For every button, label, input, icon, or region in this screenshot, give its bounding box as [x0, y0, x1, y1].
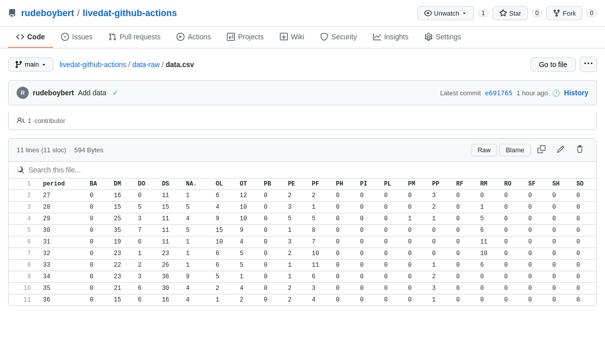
unwatch-button[interactable]: Unwatch: [417, 6, 474, 20]
cell: 0: [452, 260, 476, 271]
top-actions: Unwatch 1 Star 0 Fork 0: [417, 6, 597, 20]
cell: 0: [332, 213, 356, 225]
tab-pull-requests[interactable]: Pull requests: [100, 27, 168, 48]
tab-wiki[interactable]: Wiki: [272, 27, 312, 48]
cell: 28: [39, 202, 86, 213]
breadcrumb-folder[interactable]: data-raw: [132, 60, 159, 69]
cell: 25: [110, 213, 134, 225]
cell: 10: [476, 248, 500, 260]
cell: 0: [524, 271, 549, 283]
cell: 5: [476, 213, 500, 225]
cell: 2: [428, 202, 452, 213]
cell: 6: [476, 225, 500, 236]
cell: 0: [332, 248, 356, 260]
cell: 0: [332, 202, 356, 213]
cell: 0: [356, 248, 380, 260]
cell: 0: [572, 225, 596, 236]
cell: 0: [86, 202, 110, 213]
copy-raw-button[interactable]: [533, 143, 550, 157]
breadcrumb-file: data.csv: [166, 60, 194, 69]
history-button[interactable]: History: [564, 89, 588, 97]
cell: 32: [39, 248, 86, 260]
cell: 26: [158, 260, 182, 271]
file-box: 11 lines (11 sloc) 594 Bytes Raw Blame: [8, 138, 597, 306]
tab-security[interactable]: Security: [312, 27, 365, 48]
cell: 0: [452, 294, 476, 306]
cell: 0: [524, 260, 549, 271]
contributor-count: 1: [28, 117, 31, 125]
cell: PH: [332, 178, 356, 190]
edit-button[interactable]: [552, 143, 569, 157]
commit-message: Add data: [78, 89, 106, 97]
search-icon: [17, 166, 25, 174]
more-options-button[interactable]: [580, 56, 597, 72]
cell: 0: [548, 294, 572, 306]
code-icon: [16, 33, 24, 41]
tab-issues[interactable]: Issues: [53, 27, 100, 48]
repo-name[interactable]: livedat-github-actions: [83, 8, 177, 19]
cell: 2: [284, 190, 308, 202]
history-clock-icon: 🕐: [552, 89, 560, 97]
cell: 0: [332, 236, 356, 248]
fork-button[interactable]: Fork: [546, 6, 582, 20]
cell: 0: [260, 225, 284, 236]
cell: 36: [39, 294, 86, 306]
commit-verified-check: ✓: [112, 89, 118, 97]
tab-actions[interactable]: Actions: [168, 27, 219, 48]
delete-button[interactable]: [571, 143, 588, 157]
cell: 0: [404, 248, 428, 260]
cell: 0: [332, 190, 356, 202]
search-input[interactable]: [29, 166, 588, 174]
line-number: 11: [9, 294, 39, 306]
cell: 7: [134, 225, 158, 236]
cell: 0: [380, 202, 404, 213]
cell: 0: [404, 283, 428, 294]
tab-code[interactable]: Code: [8, 27, 53, 48]
cell: 0: [356, 271, 380, 283]
cell: 22: [110, 260, 134, 271]
cell: 11: [158, 225, 182, 236]
breadcrumb-sep-1: /: [128, 60, 130, 69]
cell: NA.: [182, 178, 212, 190]
cell: 0: [428, 236, 452, 248]
cell: 11: [158, 190, 182, 202]
cell: 0: [452, 236, 476, 248]
cell: 19: [110, 236, 134, 248]
branch-selector[interactable]: main: [8, 57, 53, 72]
repo-org[interactable]: rudeboybert: [21, 8, 74, 19]
cell: 10: [236, 213, 260, 225]
raw-button[interactable]: Raw: [471, 144, 497, 156]
cell: 2: [212, 283, 236, 294]
table-row: 93402333695101600002000000: [9, 271, 596, 283]
cell: 0: [548, 202, 572, 213]
cell: 0: [428, 248, 452, 260]
cell: 0: [332, 271, 356, 283]
cell: 4: [182, 283, 212, 294]
star-button[interactable]: Star: [493, 6, 528, 20]
breadcrumb-repo[interactable]: livedat-github-actions: [59, 60, 126, 69]
pull-request-icon: [108, 33, 116, 41]
cell: 5: [212, 271, 236, 283]
tab-insights[interactable]: Insights: [365, 27, 416, 48]
cell: 0: [500, 294, 524, 306]
chevron-down-icon: [41, 62, 47, 68]
commit-author[interactable]: rudeboybert: [33, 89, 74, 97]
cell: 0: [572, 190, 596, 202]
cell: 8: [308, 225, 332, 236]
cell: 0: [524, 213, 549, 225]
cell: 4: [182, 213, 212, 225]
trash-icon: [576, 145, 584, 153]
cell: 35: [39, 283, 86, 294]
cell: 0: [404, 225, 428, 236]
table-row: 103502163042402300003000000: [9, 283, 596, 294]
cell: PE: [284, 178, 308, 190]
go-to-file-button[interactable]: Go to file: [530, 57, 576, 72]
cell: 0: [548, 283, 572, 294]
star-icon: [499, 9, 507, 17]
blame-button[interactable]: Blame: [499, 144, 531, 156]
tab-projects[interactable]: Projects: [219, 27, 272, 48]
cell: 0: [356, 283, 380, 294]
commit-hash[interactable]: e691765: [485, 89, 513, 97]
tab-settings[interactable]: Settings: [416, 27, 469, 48]
cell: 0: [380, 225, 404, 236]
